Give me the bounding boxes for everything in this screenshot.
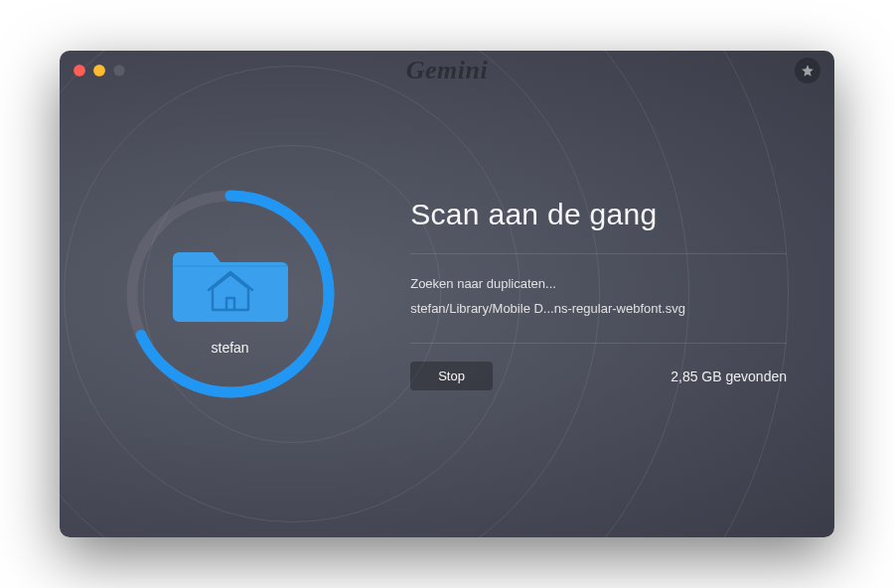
star-icon	[801, 64, 815, 77]
close-button[interactable]	[74, 65, 85, 76]
app-title: Gemini	[60, 56, 834, 85]
content-area: stefan Scan aan de gang Zoeken naar dupl…	[60, 51, 834, 537]
current-path: stefan/Library/Mobile D...ns-regular-web…	[410, 297, 787, 322]
folder-label: stefan	[212, 340, 249, 356]
favorites-button[interactable]	[795, 58, 820, 83]
divider	[410, 343, 787, 344]
scan-status-title: Scan aan de gang	[410, 198, 787, 231]
traffic-lights	[74, 65, 125, 76]
zoom-button[interactable]	[113, 65, 125, 76]
title-bar: Gemini	[60, 51, 834, 90]
stop-button[interactable]: Stop	[410, 362, 493, 390]
scan-visual: stefan	[60, 185, 400, 403]
found-label: 2,85 GB gevonden	[670, 368, 787, 384]
minimize-button[interactable]	[93, 65, 105, 76]
searching-label: Zoeken naar duplicaten...	[410, 272, 787, 297]
divider	[410, 253, 787, 254]
home-folder-icon	[171, 232, 290, 328]
app-window: Gemini	[60, 51, 834, 537]
status-panel: Scan aan de gang Zoeken naar duplicaten.…	[400, 198, 834, 390]
